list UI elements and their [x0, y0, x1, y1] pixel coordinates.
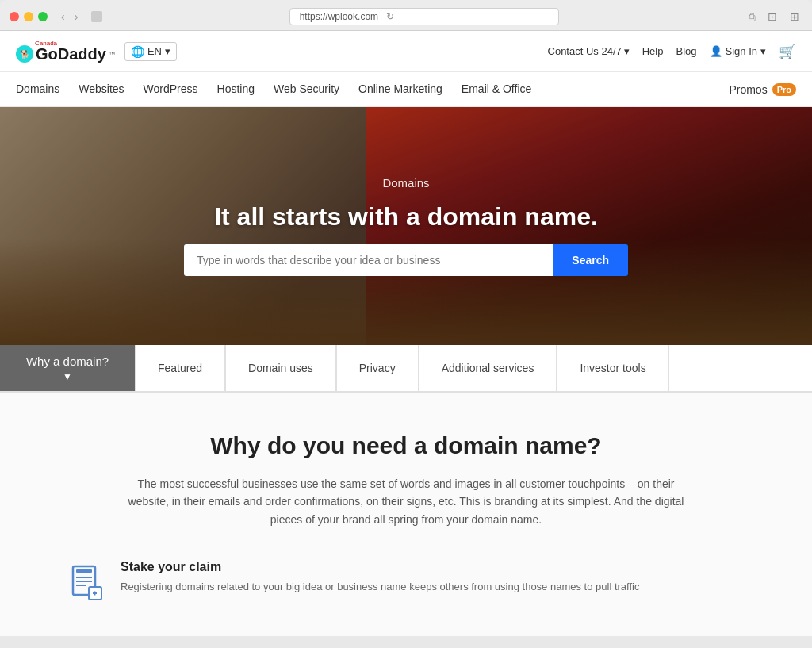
main-nav: Domains Websites WordPress Hosting Web S… — [0, 72, 812, 107]
nav-domains[interactable]: Domains — [16, 73, 59, 106]
bookmark-button[interactable]: ⊡ — [764, 9, 780, 25]
nav-online-marketing[interactable]: Online Marketing — [358, 73, 442, 106]
person-icon: 👤 — [710, 45, 722, 57]
tab-bar: Why a domain? ▼ Featured Domain uses Pri… — [0, 345, 812, 393]
hero-section: Domains It all starts with a domain name… — [0, 107, 812, 345]
hero-title: It all starts with a domain name. — [214, 202, 598, 232]
contact-link[interactable]: Contact Us 24/7 ▾ — [548, 45, 630, 57]
feature-row: Stake your claim Registering domains rel… — [16, 560, 796, 604]
svg-rect-1 — [76, 569, 92, 573]
logo-area: Canada 🐕 GoDaddy™ 🌐 EN ▾ — [16, 40, 177, 63]
back-button[interactable]: ‹ — [57, 9, 69, 25]
pro-badge: Pro — [772, 83, 796, 96]
nav-hosting[interactable]: Hosting — [217, 73, 255, 106]
url-text: https://wplook.com — [300, 11, 378, 22]
top-bar: Canada 🐕 GoDaddy™ 🌐 EN ▾ Contact Us 24/7… — [0, 31, 812, 72]
tab-additional-services-label: Additional services — [442, 362, 534, 374]
hero-subtitle: Domains — [382, 176, 429, 190]
nav-web-security[interactable]: Web Security — [274, 73, 339, 106]
refresh-icon[interactable]: ↻ — [386, 11, 394, 22]
nav-links: Domains Websites WordPress Hosting Web S… — [16, 73, 531, 106]
content-description: The most successful businesses use the s… — [121, 475, 691, 528]
lang-chevron: ▾ — [165, 45, 170, 57]
logo-tm: ™ — [109, 51, 115, 58]
stake-claim-icon-wrap — [63, 560, 108, 604]
tab-additional-services[interactable]: Additional services — [419, 345, 557, 391]
contact-text: Contact Us 24/7 — [548, 45, 622, 57]
tab-active-arrow: ▼ — [63, 371, 72, 382]
tab-domain-uses[interactable]: Domain uses — [225, 345, 336, 391]
tab-active-label: Why a domain? — [26, 355, 109, 368]
tab-investor-tools[interactable]: Investor tools — [557, 345, 668, 391]
help-link[interactable]: Help — [642, 45, 664, 57]
maximize-dot[interactable] — [38, 12, 48, 21]
sign-in-chevron: ▾ — [760, 45, 766, 57]
nav-email-office[interactable]: Email & Office — [462, 73, 531, 106]
stake-claim-icon — [67, 563, 105, 601]
lang-text: EN — [147, 45, 162, 57]
tab-privacy[interactable]: Privacy — [336, 345, 419, 391]
sign-in-button[interactable]: 👤 Sign In ▾ — [710, 45, 766, 57]
tab-featured[interactable]: Featured — [135, 345, 225, 391]
nav-promos[interactable]: Promos Pro — [729, 83, 796, 96]
contact-chevron: ▾ — [624, 45, 630, 57]
hero-content: Domains It all starts with a domain name… — [0, 107, 812, 345]
share-button[interactable]: ⎙ — [745, 9, 758, 25]
tab-why-domain[interactable]: Why a domain? ▼ — [0, 345, 135, 391]
feature-stake-title: Stake your claim — [121, 560, 639, 574]
search-button[interactable]: Search — [553, 244, 628, 276]
cart-icon[interactable]: 🛒 — [779, 43, 796, 60]
forward-button[interactable]: › — [71, 9, 82, 25]
feature-stake-text: Stake your claim Registering domains rel… — [121, 560, 639, 595]
nav-websites[interactable]: Websites — [79, 73, 124, 106]
window-button[interactable]: ⊞ — [787, 9, 802, 25]
language-selector[interactable]: 🌐 EN ▾ — [124, 42, 177, 61]
feature-stake-claim: Stake your claim Registering domains rel… — [63, 560, 749, 604]
content-title: Why do you need a domain name? — [16, 432, 796, 459]
top-bar-right: Contact Us 24/7 ▾ Help Blog 👤 Sign In ▾ … — [548, 43, 796, 60]
globe-icon: 🌐 — [131, 45, 144, 58]
hero-search-form: Search — [184, 244, 628, 276]
address-bar[interactable]: https://wplook.com ↻ — [289, 8, 559, 25]
logo-name: GoDaddy — [36, 45, 106, 63]
minimize-dot[interactable] — [24, 12, 33, 21]
blog-link[interactable]: Blog — [676, 45, 696, 57]
godaddy-logo[interactable]: Canada 🐕 GoDaddy™ — [16, 40, 115, 63]
close-dot[interactable] — [10, 12, 19, 21]
tab-privacy-label: Privacy — [359, 362, 396, 374]
tab-domain-uses-label: Domain uses — [248, 362, 313, 374]
feature-stake-desc: Registering domains related to your big … — [121, 579, 639, 595]
tab-icon — [91, 11, 102, 22]
search-input[interactable] — [184, 244, 553, 276]
tab-investor-tools-label: Investor tools — [580, 362, 645, 374]
tab-featured-label: Featured — [158, 362, 202, 374]
promos-text: Promos — [729, 83, 767, 96]
logo-icon: 🐕 — [16, 45, 33, 63]
nav-wordpress[interactable]: WordPress — [144, 73, 198, 106]
content-section: Why do you need a domain name? The most … — [0, 393, 812, 636]
sign-in-text: Sign In — [726, 45, 757, 57]
